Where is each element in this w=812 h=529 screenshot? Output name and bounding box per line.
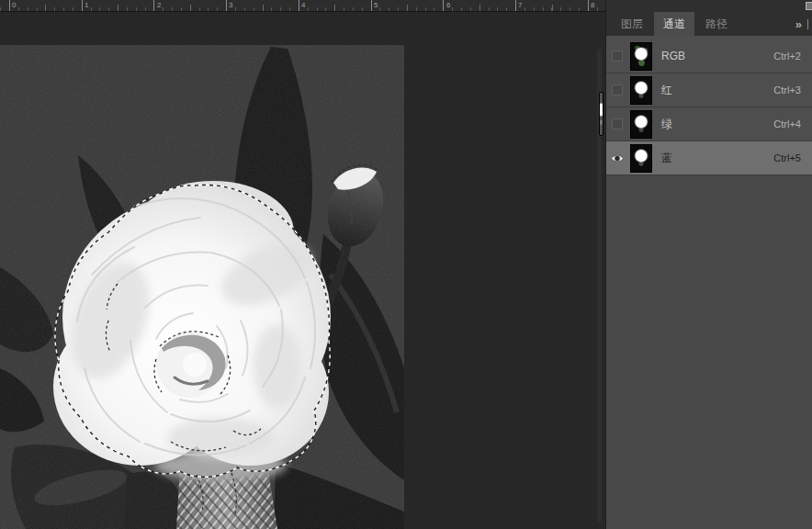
channel-shortcut: Ctrl+5: [773, 152, 801, 163]
visibility-toggle[interactable]: [606, 51, 628, 62]
panel-menu-button[interactable]: »: [795, 12, 812, 36]
channel-thumbnail[interactable]: [630, 144, 652, 173]
ruler-label: 4: [301, 1, 305, 9]
channel-row-blue[interactable]: 蓝 Ctrl+5: [606, 141, 812, 175]
tab-channels[interactable]: 通道: [654, 12, 694, 36]
ruler-label: 2: [157, 1, 161, 9]
eye-empty-icon: [612, 118, 623, 129]
tab-paths[interactable]: 路径: [696, 12, 737, 36]
panel-top-strip: [606, 0, 812, 12]
ruler-label: 5: [374, 1, 378, 9]
channel-shortcut: Ctrl+2: [773, 51, 801, 62]
channel-thumbnail[interactable]: [630, 42, 652, 71]
photo-canvas[interactable]: [0, 45, 404, 529]
channel-name: 红: [661, 83, 672, 98]
ruler-label: 1: [85, 1, 88, 9]
visibility-toggle[interactable]: [606, 118, 628, 129]
eye-icon: [610, 153, 625, 163]
ruler-label: 7: [518, 1, 522, 9]
channel-row-green[interactable]: 绿 Ctrl+4: [606, 107, 812, 141]
document-canvas-area: [0, 12, 605, 529]
channel-list: RGB Ctrl+2 红 Ctrl+3 绿 Ctrl+4: [606, 36, 812, 175]
scrollbar-thumb[interactable]: [599, 92, 603, 136]
ruler-label: 6: [446, 1, 450, 9]
channel-shortcut: Ctrl+4: [773, 118, 801, 129]
eye-empty-icon: [612, 84, 623, 96]
double-chevron-icon: »: [795, 17, 802, 31]
channels-panel: 图层 通道 路径 » RGB Ctrl+2 红: [605, 0, 812, 529]
panel-empty-area: [606, 175, 812, 488]
ruler-label: 3: [229, 1, 232, 9]
ruler-label: 8: [591, 1, 594, 9]
channel-row-rgb[interactable]: RGB Ctrl+2: [606, 39, 812, 73]
channel-thumbnail[interactable]: [630, 76, 652, 105]
tab-layers[interactable]: 图层: [612, 12, 652, 36]
vertical-scrollbar[interactable]: [597, 49, 602, 523]
ruler-label: 0: [12, 1, 16, 9]
panel-dock-icon[interactable]: [806, 2, 812, 10]
channel-name: 绿: [661, 117, 672, 132]
panel-tab-bar: 图层 通道 路径 »: [606, 12, 812, 36]
channel-name: RGB: [661, 50, 685, 62]
visibility-toggle[interactable]: [606, 153, 628, 163]
channel-shortcut: Ctrl+3: [773, 84, 801, 96]
eye-empty-icon: [612, 51, 623, 62]
panel-divider: [807, 19, 808, 29]
visibility-toggle[interactable]: [606, 84, 628, 96]
channel-row-red[interactable]: 红 Ctrl+3: [606, 73, 812, 107]
photoshop-workspace: 0 1 2 3 4 5 6 7 8: [0, 0, 812, 529]
horizontal-ruler[interactable]: 0 1 2 3 4 5 6 7 8: [0, 0, 605, 12]
channel-name: 蓝: [661, 151, 672, 166]
channel-thumbnail[interactable]: [630, 110, 652, 139]
